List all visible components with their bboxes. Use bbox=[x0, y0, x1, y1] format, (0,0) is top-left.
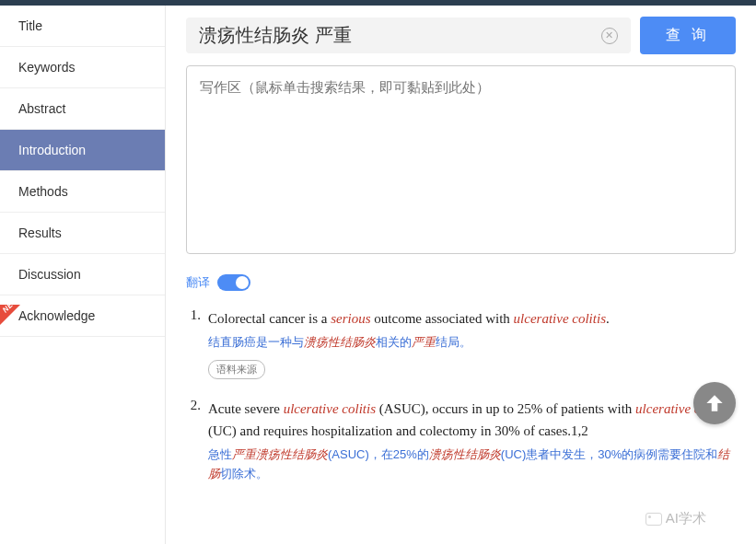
result-text: Acute severe bbox=[208, 401, 284, 416]
search-input[interactable] bbox=[199, 25, 601, 46]
results-list: 1. Colorectal cancer is a serious outcom… bbox=[186, 307, 736, 484]
nav-title[interactable]: Title bbox=[0, 6, 165, 47]
result-text: . bbox=[606, 311, 610, 326]
source-button[interactable]: 语料来源 bbox=[208, 360, 265, 380]
nav-results[interactable]: Results bbox=[0, 213, 165, 254]
scroll-top-button[interactable] bbox=[693, 382, 736, 424]
wechat-icon bbox=[646, 513, 662, 526]
translation: 结直肠癌是一种与溃疡性结肠炎相关的严重结局。 bbox=[208, 333, 736, 353]
translate-label: 翻译 bbox=[186, 274, 210, 291]
nav-acknowledge[interactable]: Acknowledge bbox=[0, 295, 165, 337]
nav-introduction[interactable]: Introduction bbox=[0, 130, 165, 171]
highlight: ulcerative colitis bbox=[284, 401, 376, 416]
result-number: 1. bbox=[186, 307, 208, 379]
result-item[interactable]: 1. Colorectal cancer is a serious outcom… bbox=[186, 307, 736, 379]
nav-methods[interactable]: Methods bbox=[0, 171, 165, 213]
highlight: ulcerative colitis bbox=[514, 311, 606, 326]
query-button[interactable]: 查 询 bbox=[640, 17, 736, 54]
result-text: (UC) and requires hospitalization and co… bbox=[208, 423, 588, 438]
result-text: (ASUC), occurs in up to 25% of patients … bbox=[376, 401, 635, 416]
search-box: ✕ bbox=[186, 17, 631, 53]
result-item[interactable]: 2. Acute severe ulcerative colitis (ASUC… bbox=[186, 398, 736, 484]
main-content: ✕ 查 询 翻译 1. Colorectal cancer is a serio… bbox=[166, 6, 756, 544]
arrow-up-icon bbox=[703, 391, 727, 415]
nav-keywords[interactable]: Keywords bbox=[0, 47, 165, 88]
result-number: 2. bbox=[186, 398, 208, 484]
new-badge bbox=[0, 305, 20, 325]
writing-textarea[interactable] bbox=[186, 65, 736, 254]
highlight: serious bbox=[331, 311, 370, 326]
nav-abstract[interactable]: Abstract bbox=[0, 88, 165, 130]
nav-discussion[interactable]: Discussion bbox=[0, 254, 165, 295]
clear-icon[interactable]: ✕ bbox=[601, 28, 618, 44]
translation: 急性严重溃疡性结肠炎(ASUC)，在25%的溃疡性结肠炎(UC)患者中发生，30… bbox=[208, 446, 736, 484]
sidebar: Title Keywords Abstract Introduction Met… bbox=[0, 6, 166, 544]
result-text: Colorectal cancer is a bbox=[208, 311, 331, 326]
translate-toggle[interactable] bbox=[217, 274, 250, 291]
result-text: outcome associated with bbox=[371, 311, 514, 326]
watermark: AI学术 bbox=[646, 510, 706, 527]
